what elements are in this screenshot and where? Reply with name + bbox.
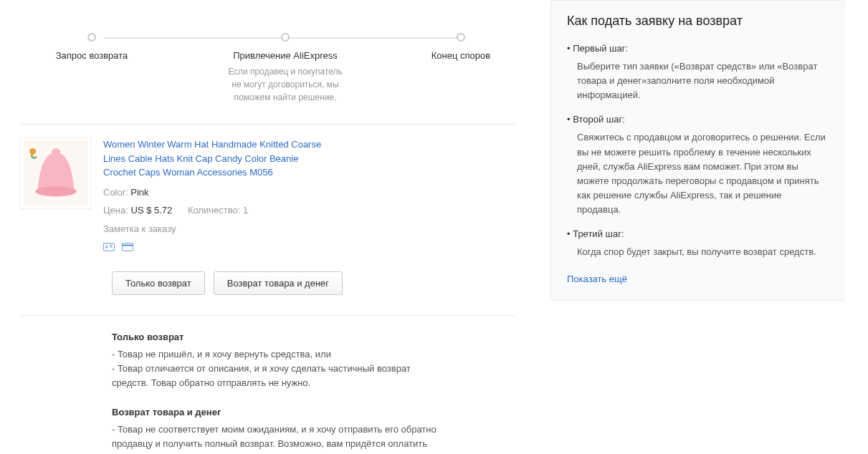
return-heading: Возврат товара и денег — [112, 405, 449, 420]
color-value: Pink — [130, 187, 148, 198]
product-row: Women Winter Warm Hat Handmade Knitted C… — [20, 137, 515, 251]
return-line1: - Товар не соответствует моим ожиданиям,… — [112, 422, 449, 454]
progress-step-1: Запрос возврата — [20, 20, 163, 104]
quantity-value: 1 — [243, 205, 248, 216]
refund-only-line1: - Товар не пришёл, и я хочу вернуть сред… — [112, 347, 449, 362]
refund-progress: Запрос возврата Привлечение AliExpress Е… — [20, 20, 515, 104]
product-thumbnail[interactable] — [20, 137, 92, 209]
price-label: Цена: — [103, 205, 128, 216]
return-and-money-button[interactable]: Возврат товара и денег — [214, 271, 343, 295]
svg-point-3 — [29, 148, 36, 155]
help-step-1: Первый шаг: Выберите тип заявки («Возвра… — [567, 43, 828, 102]
color-label: Color: — [103, 187, 128, 198]
step-title: Привлечение AliExpress — [202, 50, 368, 61]
svg-point-1 — [35, 186, 77, 196]
help-step-label: Первый шаг: — [567, 43, 828, 54]
svg-point-2 — [52, 148, 61, 158]
show-more-link[interactable]: Показать ещё — [567, 274, 627, 284]
refund-explanation: Только возврат - Товар не пришёл, и я хо… — [112, 330, 449, 454]
divider — [20, 315, 515, 316]
payment-card-icon — [103, 243, 115, 251]
help-step-3: Третий шаг: Когда спор будет закрыт, вы … — [567, 228, 828, 259]
refund-only-line2: - Товар отличается от описания, и я хочу… — [112, 362, 449, 390]
progress-step-3: Конец споров — [407, 20, 515, 104]
main-column: Запрос возврата Привлечение AliExpress Е… — [0, 0, 529, 454]
quantity-label: Количество: — [188, 205, 240, 216]
order-note: Заметка к заказу — [103, 222, 333, 236]
help-panel: Как подать заявку на возврат Первый шаг:… — [550, 0, 844, 301]
step-title: Запрос возврата — [20, 50, 163, 61]
price-value: US $ 5.72 — [131, 205, 173, 216]
svg-rect-6 — [122, 245, 133, 246]
help-step-body: Свяжитесь с продавцом и договоритесь о р… — [577, 130, 828, 217]
help-step-2: Второй шаг: Свяжитесь с продавцом и дого… — [567, 114, 828, 217]
credit-card-icon — [122, 243, 133, 251]
refund-action-buttons: Только возврат Возврат товара и денег — [112, 271, 515, 295]
help-step-label: Второй шаг: — [567, 114, 828, 125]
product-title-link[interactable]: Women Winter Warm Hat Handmade Knitted C… — [103, 137, 333, 180]
help-step-body: Когда спор будет закрыт, вы получите воз… — [577, 245, 828, 259]
progress-step-2: Привлечение AliExpress Если продавец и п… — [202, 20, 368, 104]
hat-image-icon — [24, 141, 88, 206]
refund-only-heading: Только возврат — [112, 330, 449, 344]
step-title: Конец споров — [407, 50, 515, 61]
step-description: Если продавец и покупатель не могут дого… — [202, 65, 368, 104]
help-step-body: Выберите тип заявки («Возврат средств» и… — [577, 59, 828, 102]
step-dot-icon — [457, 33, 465, 42]
divider — [20, 124, 515, 125]
help-step-label: Третий шаг: — [567, 228, 828, 239]
help-panel-title: Как подать заявку на возврат — [567, 14, 828, 29]
svg-rect-5 — [122, 243, 133, 251]
refund-only-button[interactable]: Только возврат — [112, 271, 205, 295]
step-dot-icon — [87, 33, 96, 42]
step-dot-icon — [281, 33, 290, 42]
